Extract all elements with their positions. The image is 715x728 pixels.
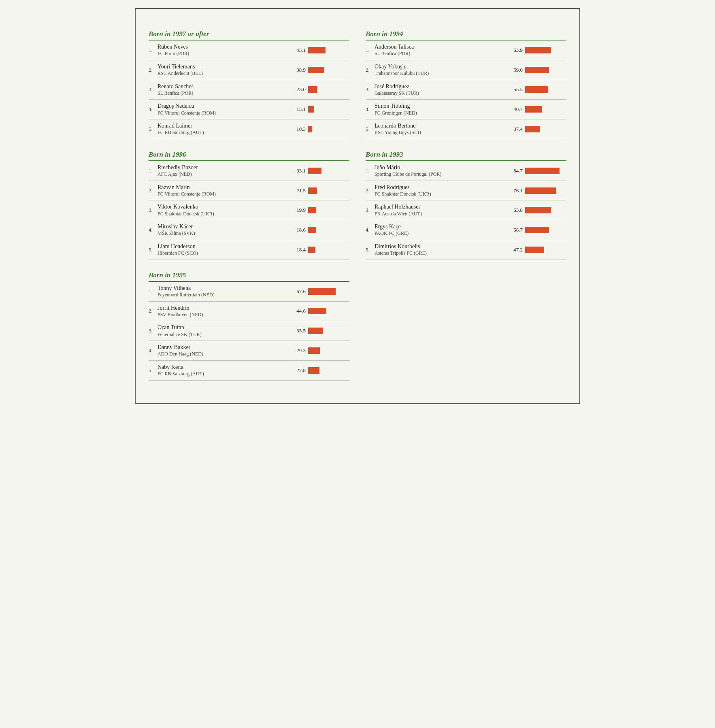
player-info: José RodríguezGalatasaray SK (TUR)	[375, 83, 510, 97]
player-name: Okay Yokuşlu	[375, 63, 510, 70]
player-name: Razvan Marin	[157, 184, 293, 191]
player-rank: 2.	[149, 187, 156, 194]
score-bar-fill	[525, 86, 548, 93]
player-info: Riechedly BazoerAFC Ajax (NED)	[157, 164, 293, 178]
score-value: 76.1	[510, 187, 523, 194]
player-row: 3.Renato SanchesSL Benfica (POR)23.0	[149, 80, 349, 100]
score-bar: 33.1	[293, 168, 349, 174]
score-bar-fill	[308, 247, 315, 253]
section-title-born-1994: Born in 1994	[366, 30, 566, 38]
score-value: 84.7	[510, 168, 523, 174]
player-name: Leonardo Bertone	[375, 122, 510, 130]
player-club: ADO Den Haag (NED)	[157, 351, 293, 358]
score-bar: 37.4	[510, 126, 566, 132]
score-value: 27.8	[293, 367, 306, 374]
section-born-1995: Born in 19951.Tonny VilhenaFeyenoord Rot…	[149, 271, 349, 381]
score-value: 37.4	[510, 126, 523, 132]
player-name: Renato Sanches	[157, 83, 293, 90]
player-club: FC RB Salzburg (AUT)	[157, 371, 293, 377]
score-bar-fill	[308, 227, 316, 233]
player-info: Fred RodriguesFC Shakhtar Donetsk (UKR)	[375, 184, 510, 198]
player-club: FK Austria Wien (AUT)	[375, 211, 510, 217]
player-club: Galatasaray SK (TUR)	[375, 90, 510, 97]
score-value: 47.2	[510, 247, 523, 253]
player-info: Konrad LaimerFC RB Salzburg (AUT)	[157, 122, 293, 136]
player-club: Hibernian FC (SCO)	[157, 250, 293, 257]
score-value: 59.0	[510, 67, 523, 73]
player-rank: 2.	[366, 67, 373, 73]
player-rank: 1.	[149, 47, 156, 53]
score-bar-fill	[525, 126, 540, 132]
player-club: Trabzonspor Kulübü (TUR)	[375, 70, 510, 77]
score-bar-fill	[308, 47, 326, 53]
player-info: Ozan TufanFenerbahçe SK (TUR)	[157, 324, 293, 338]
section-title-born-1993: Born in 1993	[366, 151, 566, 159]
player-row: 3.Viktor KovalenkoFC Shakhtar Donetsk (U…	[149, 200, 349, 220]
player-club: FC RB Salzburg (AUT)	[157, 130, 293, 136]
score-bar: 27.8	[293, 367, 349, 374]
player-rank: 4.	[149, 106, 156, 113]
score-bar: 15.1	[293, 106, 349, 113]
score-bar: 76.1	[510, 187, 566, 194]
score-bar: 40.7	[510, 106, 566, 113]
score-value: 35.5	[293, 328, 306, 334]
player-name: Ozan Tufan	[157, 324, 293, 331]
player-club: FC Shakhtar Donetsk (UKR)	[157, 211, 293, 217]
score-bar-fill	[525, 187, 556, 194]
right-column: Born in 19941.Anderson TaliscaSL Benfica…	[366, 30, 566, 392]
score-value: 19.9	[293, 207, 306, 213]
player-info: Leonardo BertoneBSC Young Boys (SUI)	[375, 122, 510, 136]
player-row: 1.Riechedly BazoerAFC Ajax (NED)33.1	[149, 161, 349, 181]
player-rank: 3.	[149, 86, 156, 93]
score-bar-fill	[308, 367, 319, 374]
score-bar: 18.6	[293, 227, 349, 233]
player-rank: 3.	[366, 207, 373, 213]
player-info: Anderson TaliscaSL Benfica (POR)	[375, 43, 510, 57]
score-value: 21.5	[293, 187, 306, 194]
player-club: AFC Ajax (NED)	[157, 171, 293, 178]
score-value: 18.6	[293, 227, 306, 233]
player-name: Liam Henderson	[157, 243, 293, 250]
section-born-1994: Born in 19941.Anderson TaliscaSL Benfica…	[366, 30, 566, 139]
player-row: 4.Ergys KaçePAOK FC (GRE)58.7	[366, 220, 566, 240]
player-rank: 4.	[366, 106, 373, 113]
score-value: 63.8	[510, 207, 523, 213]
player-rank: 2.	[149, 67, 156, 73]
player-name: Danny Bakker	[157, 344, 293, 351]
player-info: Razvan MarinFC Viitorul Constanța (ROM)	[157, 184, 293, 198]
player-name: Riechedly Bazoer	[157, 164, 293, 171]
player-row: 1.Tonny VilhenaFeyenoord Rotterdam (NED)…	[149, 282, 349, 302]
player-name: Anderson Talisca	[375, 43, 510, 51]
player-info: Viktor KovalenkoFC Shakhtar Donetsk (UKR…	[157, 203, 293, 217]
score-value: 18.4	[293, 247, 306, 253]
score-bar: 19.9	[293, 207, 349, 213]
player-info: Ergys KaçePAOK FC (GRE)	[375, 223, 510, 237]
player-rank: 5.	[149, 126, 156, 132]
player-info: Tonny VilhenaFeyenoord Rotterdam (NED)	[157, 285, 293, 298]
score-bar: 38.9	[293, 67, 349, 73]
player-info: Dimitrios KourbelisAsteras Tripolis FC (…	[375, 243, 510, 257]
player-row: 5.Konrad LaimerFC RB Salzburg (AUT)10.3	[149, 119, 349, 139]
player-club: Sporting Clube de Portugal (POR)	[375, 171, 510, 178]
player-name: Konrad Laimer	[157, 122, 293, 130]
player-name: Fred Rodrigues	[375, 184, 510, 191]
player-name: Ergys Kaçe	[375, 223, 510, 230]
score-value: 23.0	[293, 86, 306, 93]
player-info: Danny BakkerADO Den Haag (NED)	[157, 344, 293, 358]
player-info: Renato SanchesSL Benfica (POR)	[157, 83, 293, 97]
score-bar-fill	[308, 67, 324, 73]
player-rank: 1.	[366, 47, 373, 53]
player-row: 5.Liam HendersonHibernian FC (SCO)18.4	[149, 240, 349, 260]
player-rank: 5.	[149, 247, 156, 253]
score-value: 10.3	[293, 126, 306, 132]
player-info: Naby KeïtaFC RB Salzburg (AUT)	[157, 364, 293, 377]
player-name: Raphael Holzhauser	[375, 203, 510, 211]
score-bar: 84.7	[510, 168, 566, 174]
score-bar: 35.5	[293, 328, 349, 334]
player-club: FC Shakhtar Donetsk (UKR)	[375, 191, 510, 198]
player-rank: 3.	[366, 86, 373, 93]
player-info: Rúben NevesFC Porto (POR)	[157, 43, 293, 57]
player-row: 5.Leonardo BertoneBSC Young Boys (SUI)37…	[366, 119, 566, 139]
player-name: Tonny Vilhena	[157, 285, 293, 292]
score-value: 38.9	[293, 67, 306, 73]
